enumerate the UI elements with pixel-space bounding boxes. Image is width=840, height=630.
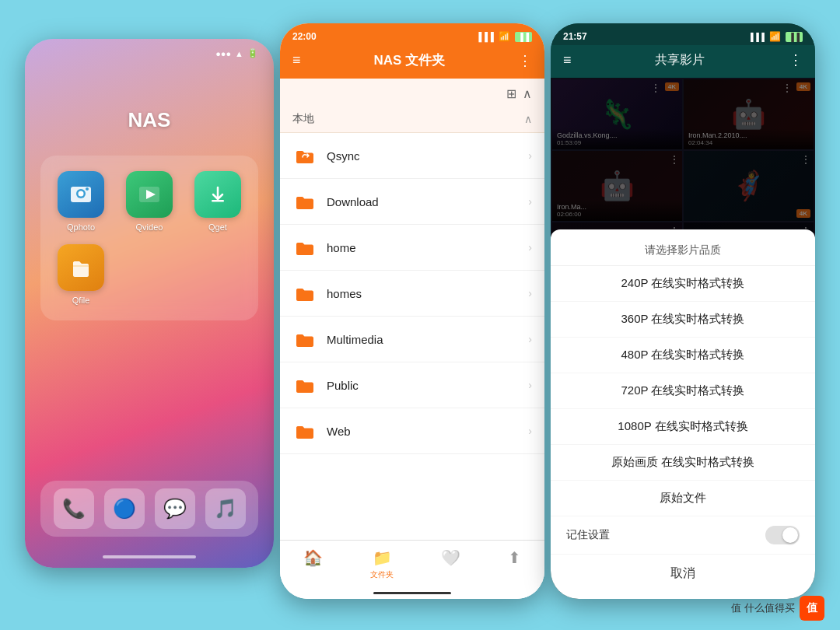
watermark: 值 什么值得买 值 — [731, 596, 824, 621]
web-folder-icon — [292, 418, 317, 443]
qget-icon — [194, 171, 241, 218]
tab-folder-icon: 📁 — [373, 548, 392, 567]
app-qfile[interactable]: Qfile — [53, 244, 109, 305]
phone2-battery: ▐▐ — [515, 32, 532, 42]
folder-public[interactable]: Public › — [280, 362, 544, 408]
phone2-time: 22:00 — [292, 31, 317, 42]
public-folder-icon — [292, 373, 317, 397]
qsync-folder-icon — [292, 143, 317, 168]
tab-share[interactable]: ⬆ — [508, 548, 521, 580]
phone3-more[interactable]: ⋮ — [789, 51, 803, 68]
tab-folder[interactable]: 📁 文件夹 — [370, 548, 394, 580]
collapse-icon[interactable]: ∧ — [523, 86, 532, 101]
section-header: ⊞ ∧ — [280, 79, 544, 106]
qvideo-icon — [126, 171, 173, 218]
watermark-logo: 值 — [800, 596, 824, 621]
phone3-video: 21:57 ▐▐▐ 📶 ▐▐ ≡ 共享影片 ⋮ 🦎 Godzilla.vs.Ko… — [551, 23, 815, 599]
phone1-status-icons: ●●● ▲ 🔋 — [215, 48, 258, 58]
phone2-signal: ▐▐▐ — [475, 32, 493, 41]
phone2-status-icons: ▐▐▐ 📶 ▐▐ — [475, 31, 532, 42]
modal-original-quality[interactable]: 原始画质 在线实时格式转换 — [551, 445, 815, 481]
tab-folder-label: 文件夹 — [370, 569, 394, 580]
modal-360p[interactable]: 360P 在线实时格式转换 — [551, 302, 815, 338]
svg-rect-9 — [212, 200, 224, 202]
dock-phone: 📞 — [54, 488, 94, 529]
phone3-body: 🦎 Godzilla.vs.Kong.... 01:53:09 4K ⋮ 🤖 I… — [551, 78, 815, 599]
folder-homes[interactable]: homes › — [280, 271, 544, 317]
dock-messages: 💬 — [155, 488, 195, 529]
tab-favorite-icon: 🤍 — [441, 548, 460, 567]
phone3-header: ≡ 共享影片 ⋮ — [551, 45, 815, 78]
folder-qsync[interactable]: Qsync › — [280, 133, 544, 179]
phone2-home-indicator — [373, 592, 451, 594]
phone3-status-bar: 21:57 ▐▐▐ 📶 ▐▐ — [551, 23, 815, 45]
toggle-knob — [782, 527, 798, 543]
homes-folder-icon — [292, 281, 317, 306]
folder-download[interactable]: Download › — [280, 179, 544, 225]
app-qget[interactable]: Qget — [190, 171, 246, 232]
download-arrow: › — [528, 195, 532, 208]
phone3-time: 21:57 — [563, 31, 587, 42]
modal-240p[interactable]: 240P 在线实时格式转换 — [551, 266, 815, 302]
local-section-header: 本地 ∧ — [280, 106, 544, 133]
tab-share-icon: ⬆ — [508, 548, 521, 567]
tab-home[interactable]: 🏠 — [303, 548, 323, 580]
local-label: 本地 — [292, 112, 314, 126]
local-collapse-icon[interactable]: ∧ — [524, 113, 532, 125]
web-name: Web — [327, 425, 519, 438]
qvideo-label: Qvideo — [136, 222, 163, 232]
modal-1080p[interactable]: 1080P 在线实时格式转换 — [551, 409, 815, 445]
phone3-hamburger[interactable]: ≡ — [563, 52, 572, 68]
phone3-signal: ▐▐▐ — [748, 33, 765, 41]
modal-toggle-label: 记住设置 — [566, 528, 610, 542]
homes-name: homes — [327, 287, 519, 300]
battery-icon: 🔋 — [247, 48, 258, 58]
grid-icon[interactable]: ⊞ — [506, 86, 516, 101]
folder-multimedia[interactable]: Multimedia › — [280, 317, 544, 362]
phone2-wifi: 📶 — [499, 31, 510, 42]
quality-modal: 请选择影片品质 240P 在线实时格式转换 360P 在线实时格式转换 480P… — [551, 229, 815, 599]
modal-cancel[interactable]: 取消 — [551, 555, 815, 593]
modal-title: 请选择影片品质 — [551, 236, 815, 266]
more-icon[interactable]: ⋮ — [518, 52, 532, 69]
multimedia-folder-icon — [292, 327, 317, 352]
phone1-dock: 📞 🔵 💬 🎵 — [40, 481, 258, 537]
public-name: Public — [327, 379, 519, 392]
phone2-body: ⊞ ∧ 本地 ∧ Qsync › — [280, 79, 544, 599]
tab-favorite[interactable]: 🤍 — [441, 548, 460, 580]
phone1-status-bar: ●●● ▲ 🔋 — [25, 39, 274, 61]
app-qvideo[interactable]: Qvideo — [121, 171, 177, 232]
modal-overlay[interactable]: 请选择影片品质 240P 在线实时格式转换 360P 在线实时格式转换 480P… — [551, 78, 815, 599]
home-arrow: › — [528, 241, 532, 254]
home-folder-icon — [292, 235, 317, 260]
modal-original-file[interactable]: 原始文件 — [551, 481, 815, 516]
remember-toggle[interactable] — [765, 526, 800, 544]
qfile-label: Qfile — [72, 296, 90, 305]
phone3-wifi: 📶 — [769, 31, 781, 42]
phone1-folder-label: NAS — [25, 108, 274, 132]
multimedia-name: Multimedia — [327, 333, 519, 346]
qget-label: Qget — [208, 222, 227, 232]
modal-480p[interactable]: 480P 在线实时格式转换 — [551, 338, 815, 373]
hamburger-icon[interactable]: ≡ — [292, 52, 301, 68]
web-arrow: › — [528, 425, 532, 437]
phone2-title: NAS 文件夹 — [373, 51, 445, 69]
download-name: Download — [327, 195, 519, 208]
phone3-home-indicator — [644, 592, 722, 594]
download-folder-icon — [292, 189, 317, 214]
phone3-battery: ▐▐ — [786, 32, 803, 42]
modal-720p[interactable]: 720P 在线实时格式转换 — [551, 373, 815, 409]
phone2-header: ≡ NAS 文件夹 ⋮ — [280, 45, 544, 79]
phone2-tabbar: 🏠 📁 文件夹 🤍 ⬆ — [280, 540, 544, 599]
phone3-status-icons: ▐▐▐ 📶 ▐▐ — [748, 31, 803, 42]
public-arrow: › — [528, 379, 532, 391]
qsync-arrow: › — [528, 149, 532, 162]
app-qphoto[interactable]: Qphoto — [53, 171, 109, 232]
dock-music: 🎵 — [205, 488, 246, 529]
folder-home[interactable]: home › — [280, 225, 544, 271]
watermark-text: 值 什么值得买 — [731, 601, 795, 615]
watermark-logo-text: 值 — [807, 601, 817, 615]
folder-web[interactable]: Web › — [280, 408, 544, 454]
qfile-icon — [58, 244, 104, 291]
phone2-status-bar: 22:00 ▐▐▐ 📶 ▐▐ — [280, 23, 544, 45]
